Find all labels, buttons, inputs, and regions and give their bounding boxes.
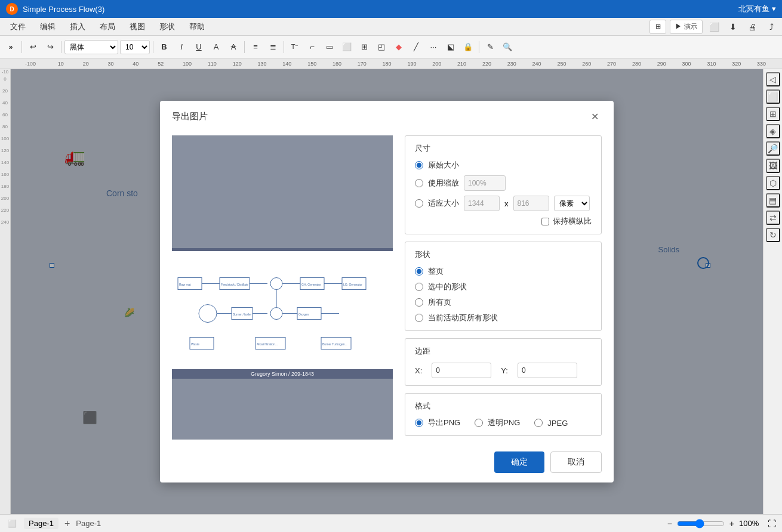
expand-btn[interactable]: » (3, 39, 19, 55)
underline-btn[interactable]: U (191, 39, 207, 55)
original-size-radio[interactable] (415, 161, 423, 169)
panel-btn-9[interactable]: ⇄ (766, 211, 780, 225)
ruler-horizontal: -10 01020 304052 100110120 130140150 160… (0, 58, 782, 69)
page-thumb-btn[interactable]: ⬜ (6, 518, 18, 530)
selected-shape-radio[interactable] (415, 283, 423, 291)
jpeg-label[interactable]: JPEG (547, 419, 568, 428)
png-label[interactable]: 导出PNG (428, 417, 460, 428)
svg-text:GH. Generator: GH. Generator (301, 282, 321, 286)
add-page-btn[interactable]: + (64, 518, 70, 529)
dash-btn[interactable]: ··· (426, 39, 441, 55)
font-name-select[interactable]: 黑体 (64, 40, 118, 54)
menu-edit[interactable]: 编辑 (33, 19, 63, 35)
zoom-size-row: 使用缩放 (415, 175, 592, 191)
align-center-btn[interactable]: ≣ (265, 39, 281, 55)
menu-shape[interactable]: 形状 (152, 19, 182, 35)
italic-btn[interactable]: I (174, 39, 189, 55)
png-radio[interactable] (415, 419, 423, 427)
keep-ratio-label[interactable]: 保持横纵比 (553, 216, 592, 227)
table-btn[interactable]: ⊞ (356, 39, 372, 55)
present-btn[interactable]: ▶ 演示 (670, 20, 703, 34)
whole-page-label[interactable]: 整页 (428, 266, 444, 277)
text-btn[interactable]: A (208, 39, 224, 55)
zoom-size-label[interactable]: 使用缩放 (428, 178, 459, 188)
panel-btn-3[interactable]: ⊞ (766, 107, 780, 121)
panel-btn-1[interactable]: ◁ (766, 72, 780, 86)
current-page-radio[interactable] (415, 314, 423, 322)
fit-size-label[interactable]: 适应大小 (428, 198, 459, 209)
all-pages-label[interactable]: 所有页 (428, 297, 451, 308)
panel-btn-2[interactable]: ⬜ (766, 89, 780, 104)
zoom-value-input[interactable] (464, 175, 506, 191)
user-label[interactable]: 北冥有鱼 ▾ (738, 4, 776, 14)
menu-help[interactable]: 帮助 (182, 19, 212, 35)
text-box-btn[interactable]: T⁻ (287, 39, 303, 55)
lock-btn[interactable]: 🔒 (460, 39, 476, 55)
menu-file[interactable]: 文件 (3, 19, 33, 35)
fullscreen-btn[interactable]: ⊞ (649, 20, 666, 34)
connect-btn[interactable]: ⌐ (304, 39, 320, 55)
jpeg-row: JPEG (534, 419, 568, 428)
margin-x-input[interactable] (432, 363, 491, 378)
panel-btn-7[interactable]: ⬡ (766, 176, 780, 190)
shape2-btn[interactable]: ◰ (374, 39, 389, 55)
separator-2 (61, 41, 61, 53)
download-btn[interactable]: ⬇ (725, 19, 741, 35)
panel-btn-5[interactable]: 🔎 (766, 141, 780, 156)
status-right: − + 100% ⛶ (667, 519, 776, 528)
zoom-out-btn[interactable]: − (667, 519, 672, 528)
redo-btn[interactable]: ↪ (42, 39, 58, 55)
fill-btn[interactable]: ◆ (391, 39, 407, 55)
fit-size-radio[interactable] (415, 199, 423, 208)
current-page-row: 当前活动页所有形状 (415, 313, 592, 323)
jpeg-radio[interactable] (534, 419, 543, 427)
menu-insert[interactable]: 插入 (63, 19, 93, 35)
whole-page-radio[interactable] (415, 267, 423, 276)
canvas-area[interactable]: 🚛 Corn sto Solids Burner Turbogenerator … (11, 69, 763, 514)
panel-btn-10[interactable]: ↻ (766, 228, 780, 242)
edit-btn[interactable]: ✎ (482, 39, 498, 55)
confirm-btn[interactable]: 确定 (494, 451, 544, 473)
strike-btn[interactable]: A (226, 39, 241, 55)
dialog-close-btn[interactable]: ✕ (587, 109, 602, 123)
selected-shape-label[interactable]: 选中的形状 (428, 282, 467, 292)
ruler-vertical: -10 0 20 40 60 80 100 120 140 160 180 20… (0, 69, 11, 514)
all-pages-row: 所有页 (415, 297, 592, 308)
panel-btn-6[interactable]: 🖼 (766, 159, 780, 173)
transparent-png-radio[interactable] (475, 419, 483, 427)
all-pages-radio[interactable] (415, 298, 423, 307)
share-btn[interactable]: ⤴ (763, 19, 779, 35)
zoom-in-btn[interactable]: + (729, 519, 734, 528)
transparent-png-label[interactable]: 透明PNG (488, 417, 520, 428)
cancel-btn[interactable]: 取消 (550, 451, 602, 473)
menu-layout[interactable]: 布局 (93, 19, 122, 35)
bold-btn[interactable]: B (156, 39, 172, 55)
print-btn[interactable]: 🖨 (744, 19, 760, 35)
keep-ratio-checkbox[interactable] (541, 218, 549, 225)
current-page-label[interactable]: 当前活动页所有形状 (428, 313, 498, 323)
unit-select[interactable]: 像素 (554, 196, 590, 211)
fit-page-btn[interactable]: ⛶ (768, 519, 776, 528)
line-btn[interactable]: ╱ (408, 39, 424, 55)
export-btn[interactable]: ⬜ (706, 19, 722, 35)
margin-y-input[interactable] (518, 363, 577, 378)
settings-panel: 尺寸 原始大小 使用缩放 (405, 135, 602, 440)
page-tab[interactable]: Page-1 (24, 518, 59, 529)
original-size-label[interactable]: 原始大小 (428, 160, 459, 171)
current-page-label: Page-1 (76, 519, 101, 528)
font-size-select[interactable]: 10 (120, 40, 150, 54)
align-left-btn[interactable]: ≡ (248, 39, 263, 55)
panel-btn-8[interactable]: ▤ (766, 193, 780, 208)
undo-btn[interactable]: ↩ (25, 39, 41, 55)
fit-height-input[interactable] (513, 196, 549, 211)
search-btn[interactable]: 🔍 (500, 39, 515, 55)
zoom-size-radio[interactable] (415, 179, 423, 187)
fit-width-input[interactable] (464, 196, 500, 211)
ellipse-btn[interactable]: ⬜ (339, 39, 355, 55)
zoom-slider[interactable] (677, 519, 725, 528)
panel-btn-4[interactable]: ◈ (766, 124, 780, 138)
whole-page-row: 整页 (415, 266, 592, 277)
menu-view[interactable]: 视图 (122, 19, 152, 35)
rect-btn[interactable]: ▭ (322, 39, 337, 55)
crop-btn[interactable]: ⬕ (443, 39, 458, 55)
